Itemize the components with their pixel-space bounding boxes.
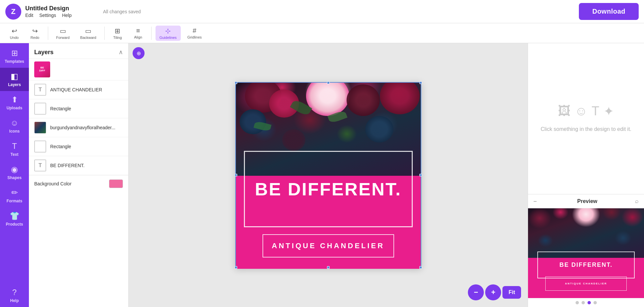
- title-menu: Edit Settings Help: [25, 13, 72, 18]
- sidebar-item-formats[interactable]: ✏ Formats: [0, 184, 29, 207]
- zoom-minus-button[interactable]: −: [468, 284, 484, 300]
- guidelines-label: Guidelines: [160, 36, 177, 40]
- formats-label: Formats: [7, 199, 22, 203]
- bg-color-swatch[interactable]: [109, 179, 123, 188]
- preview-dot-1[interactable]: [576, 301, 579, 304]
- undo-button[interactable]: ↩ Undo: [5, 26, 23, 41]
- canvas-area[interactable]: ⊕: [129, 43, 528, 307]
- menu-settings[interactable]: Settings: [39, 13, 56, 18]
- forward-icon: ▭: [60, 27, 66, 35]
- be-different-box[interactable]: BE DIFFERENT.: [244, 151, 413, 227]
- rect-layer-icon-2: [34, 141, 46, 153]
- preview-dot-4[interactable]: [593, 301, 597, 304]
- zoom-controls: − + Fit: [468, 284, 521, 300]
- main-area: ⊞ Templates ◧ Layers ⬆ Uploads ☺ Icons T…: [0, 43, 644, 307]
- app-title: Untitled Design: [25, 5, 72, 12]
- download-button[interactable]: Download: [579, 3, 639, 20]
- zoom-plus-button[interactable]: +: [485, 284, 501, 300]
- preview-minimize-button[interactable]: −: [533, 198, 537, 204]
- layer-name-rect1: Rectangle: [50, 106, 71, 111]
- menu-edit[interactable]: Edit: [25, 13, 33, 18]
- forward-button[interactable]: ▭ Forward: [52, 26, 73, 41]
- layer-name-rect2: Rectangle: [50, 144, 71, 149]
- handle-br: [419, 266, 422, 269]
- redo-button[interactable]: ↪ Redo: [26, 26, 44, 41]
- placeholder-icons: 🖼 ☺ T ✦: [558, 104, 614, 119]
- stack-layers-button[interactable]: ⊕: [133, 47, 145, 59]
- preview-floral: [528, 208, 644, 258]
- handle-tc: [327, 81, 330, 84]
- formats-icon: ✏: [11, 188, 18, 197]
- preview-be-different: BE DIFFERENT.: [537, 252, 635, 278]
- top-bar: Z Untitled Design Edit Settings Help All…: [0, 0, 644, 23]
- app-logo[interactable]: Z: [5, 4, 21, 20]
- layer-item-floral[interactable]: burgundyandnavyfloralheader...: [29, 118, 128, 137]
- align-icon: ≡: [136, 27, 140, 35]
- layer-item-be-different[interactable]: T BE DIFFERENT.: [29, 156, 128, 175]
- forward-label: Forward: [56, 36, 69, 40]
- backward-button[interactable]: ▭ Backward: [76, 26, 100, 41]
- right-panel: 🖼 ☺ T ✦ Click something in the design to…: [528, 43, 644, 307]
- antique-chandelier-box[interactable]: ANTIQUE CHANDELIER: [263, 234, 394, 257]
- toolbar: ↩ Undo ↪ Redo ▭ Forward ▭ Backward ⊞ Til…: [0, 23, 644, 43]
- preview-content: BE DIFFERENT. ANTIQUE CHANDELIER: [528, 208, 644, 298]
- sidebar-item-templates[interactable]: ⊞ Templates: [0, 45, 29, 68]
- sidebar-item-text[interactable]: T Text: [0, 138, 29, 161]
- redo-icon: ↪: [32, 27, 38, 35]
- help-label: Help: [10, 298, 19, 303]
- backward-label: Backward: [80, 36, 96, 40]
- align-button[interactable]: ≡ Align: [129, 26, 147, 41]
- layers-icon: ◧: [11, 72, 18, 81]
- icons-icon: ☺: [10, 118, 19, 128]
- icons-label: Icons: [9, 129, 20, 134]
- sidebar-item-icons[interactable]: ☺ Icons: [0, 114, 29, 138]
- face-placeholder-icon: ☺: [575, 104, 588, 119]
- products-icon: 👕: [10, 211, 20, 221]
- sidebar-item-layers[interactable]: ◧ Layers: [0, 68, 29, 91]
- layers-header: Layers ∧: [29, 43, 128, 59]
- canvas[interactable]: BE DIFFERENT. ANTIQUE CHANDELIER: [235, 82, 421, 268]
- uploads-label: Uploads: [7, 106, 22, 110]
- templates-label: Templates: [5, 59, 24, 64]
- toolbar-divider-2: [104, 27, 105, 40]
- sidebar-item-shapes[interactable]: ◉ Shapes: [0, 161, 29, 184]
- layer-item-rectangle1[interactable]: Rectangle: [29, 99, 128, 118]
- layer-item-antique-text[interactable]: T ANTIQUE CHANDELIER: [29, 80, 128, 99]
- image-placeholder-icon: 🖼: [558, 104, 571, 119]
- layers-panel: Layers ∧ BEDIFF T ANTIQUE CHANDELIER Rec…: [29, 43, 129, 307]
- zoom-fit-button[interactable]: Fit: [502, 286, 521, 299]
- sidebar-item-help[interactable]: ? Help: [0, 284, 29, 307]
- antique-chandelier-text: ANTIQUE CHANDELIER: [272, 242, 384, 250]
- stack-icon-symbol: ⊕: [137, 50, 141, 56]
- image-layer-icon: [34, 122, 46, 134]
- handle-tr: [419, 81, 422, 84]
- handle-bl: [235, 266, 237, 269]
- text-layer-icon: T: [34, 84, 46, 96]
- bg-color-label: Background Color: [34, 181, 109, 186]
- tiling-button[interactable]: ⊞ Tiling: [109, 26, 127, 41]
- backward-icon: ▭: [85, 27, 91, 35]
- layer-thumbnail-row[interactable]: BEDIFF: [29, 59, 128, 80]
- background-color-row: Background Color: [29, 175, 128, 192]
- sidebar-item-uploads[interactable]: ⬆ Uploads: [0, 91, 29, 114]
- preview-title: Preview: [540, 198, 635, 204]
- rect-layer-icon-1: [34, 103, 46, 115]
- toolbar-divider-3: [151, 27, 152, 40]
- menu-help[interactable]: Help: [62, 13, 72, 18]
- title-area: Untitled Design Edit Settings Help: [25, 5, 72, 18]
- preview-dot-2[interactable]: [582, 301, 585, 304]
- preview-dot-3[interactable]: [588, 301, 591, 304]
- guidelines-button[interactable]: ⊹ Guidelines: [156, 26, 181, 41]
- changes-saved-status: All changes saved: [103, 9, 141, 14]
- be-different-text: BE DIFFERENT.: [255, 179, 401, 199]
- layers-collapse-button[interactable]: ∧: [119, 49, 123, 56]
- handle-tl: [235, 81, 237, 84]
- uploads-icon: ⬆: [11, 95, 18, 104]
- redo-label: Redo: [31, 36, 39, 40]
- right-edit-panel: 🖼 ☺ T ✦ Click something in the design to…: [528, 43, 644, 194]
- preview-search-button[interactable]: ⌕: [635, 198, 639, 205]
- layer-item-rectangle2[interactable]: Rectangle: [29, 137, 128, 156]
- sidebar-item-products[interactable]: 👕 Products: [0, 207, 29, 231]
- text-placeholder-icon: T: [591, 104, 599, 119]
- gridlines-button[interactable]: # Gridlines: [183, 26, 206, 41]
